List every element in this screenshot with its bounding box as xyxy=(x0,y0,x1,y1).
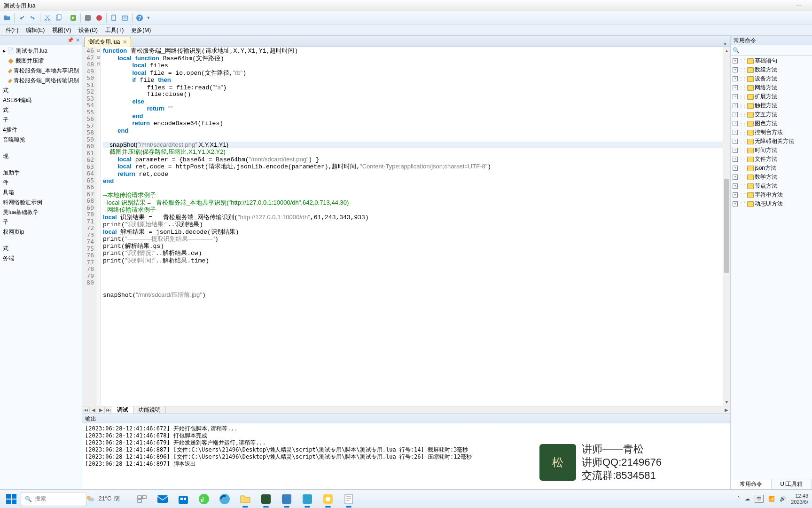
commands-search[interactable]: 🔍 xyxy=(731,45,812,56)
editor-tab-active[interactable]: 测试专用.lua ✕ xyxy=(84,37,131,47)
tree-item[interactable]: 科网络验证示例 xyxy=(0,198,82,207)
command-category[interactable]: +⋮⋮触控方法 xyxy=(731,101,812,110)
explorer-app-icon[interactable] xyxy=(236,490,255,508)
app-yellow-icon[interactable] xyxy=(319,490,337,508)
expand-icon[interactable]: + xyxy=(733,121,738,126)
tree-item[interactable]: 子 xyxy=(0,217,82,227)
tree-function-item[interactable]: 青松服务端_网络传输识别 xyxy=(0,76,82,86)
tree-item[interactable]: 式 xyxy=(0,86,82,95)
device-button[interactable] xyxy=(109,13,119,23)
expand-icon[interactable]: + xyxy=(733,94,738,99)
tab-dropdown-icon[interactable]: ▼ xyxy=(720,41,730,47)
menu-file[interactable]: 件(F) xyxy=(2,24,22,36)
command-category[interactable]: +⋮⋮无障碍相关方法 xyxy=(731,137,812,146)
tree-function-item[interactable]: 截图并压缩 xyxy=(0,56,82,66)
tree-item[interactable]: 件 xyxy=(0,178,82,188)
wifi-icon[interactable]: 📶 xyxy=(768,496,775,502)
expand-icon[interactable]: + xyxy=(733,166,738,171)
fold-gutter[interactable]: ⊟ ⊟ ⊟ xyxy=(96,47,101,406)
expand-icon[interactable]: + xyxy=(733,201,738,206)
volume-icon[interactable]: 🔊 xyxy=(780,496,786,502)
redo-button[interactable] xyxy=(28,13,38,23)
command-category[interactable]: +⋮⋮扩展方法 xyxy=(731,92,812,101)
edge-app-icon[interactable] xyxy=(215,490,234,508)
tree-item[interactable]: 子 xyxy=(0,115,82,125)
tree-item[interactable]: 音嘎嘎抢 xyxy=(0,135,82,145)
expand-icon[interactable]: + xyxy=(733,157,738,162)
expand-icon[interactable]: + xyxy=(733,58,738,64)
undo-button[interactable] xyxy=(16,13,27,23)
expand-icon[interactable]: + xyxy=(733,103,738,108)
tree-item[interactable]: 式 xyxy=(0,105,82,115)
tree-item[interactable]: 4插件 xyxy=(0,125,82,135)
tab-close-icon[interactable]: ✕ xyxy=(123,39,127,45)
menu-device[interactable]: 设备(D) xyxy=(75,24,102,36)
close-panel-icon[interactable]: ✕ xyxy=(76,37,80,43)
screenshot-button[interactable] xyxy=(120,13,130,23)
code-content[interactable]: function 青松服务端_网络传输识别(请求地址,X,Y,X1,Y1,超时时… xyxy=(101,47,723,406)
tree-item[interactable]: 灵lua基础教学 xyxy=(0,207,82,217)
command-category[interactable]: +⋮⋮json方法 xyxy=(731,164,812,173)
command-category[interactable]: +⋮⋮基础语句 xyxy=(731,56,812,65)
pin-icon[interactable]: 📌 xyxy=(67,37,74,43)
expand-icon[interactable]: + xyxy=(733,67,738,72)
tree-item[interactable]: 权网页ip xyxy=(0,227,82,237)
taskbar-search[interactable]: 🔍 搜索 xyxy=(21,492,86,506)
expand-icon[interactable]: + xyxy=(733,148,738,153)
expand-icon[interactable]: + xyxy=(733,183,738,189)
app-blue1-icon[interactable] xyxy=(277,490,296,508)
right-tab-uitools[interactable]: UI工具箱 xyxy=(772,479,812,489)
scroll-up-icon[interactable]: ▲ xyxy=(723,47,730,55)
tree-function-item[interactable]: 青松服务端_本地共享识别 xyxy=(0,66,82,76)
tree-item[interactable]: 加助手 xyxy=(0,168,82,178)
menu-edit[interactable]: 编辑(E) xyxy=(22,24,48,36)
expand-icon[interactable]: + xyxy=(733,175,738,180)
menu-view[interactable]: 视图(V) xyxy=(48,24,75,36)
start-button[interactable] xyxy=(4,492,19,507)
command-category[interactable]: +⋮⋮字符串方法 xyxy=(731,190,812,199)
expand-icon[interactable]: + xyxy=(733,76,738,81)
ime-indicator[interactable]: 中 xyxy=(755,495,764,503)
app-green-icon[interactable] xyxy=(257,490,275,508)
copy-button[interactable] xyxy=(54,13,64,23)
store-app-icon[interactable] xyxy=(174,490,193,508)
tree-file-root[interactable]: ▸ 📄 测试专用.lua xyxy=(0,46,82,56)
command-category[interactable]: +⋮⋮图色方法 xyxy=(731,119,812,128)
tree-item[interactable]: 具箱 xyxy=(0,188,82,198)
command-category[interactable]: +⋮⋮设备方法 xyxy=(731,74,812,83)
code-editor[interactable]: 46 47 48 49 50 51 52 53 54 55 56 57 58 5… xyxy=(82,47,730,406)
bottom-tab-debug[interactable]: 调试 xyxy=(112,406,133,413)
hscroll-right-icon[interactable]: ▶ xyxy=(723,407,730,413)
vscroll-thumb[interactable] xyxy=(724,179,729,273)
tree-item[interactable]: 现 xyxy=(0,151,82,161)
command-category[interactable]: +⋮⋮数组方法 xyxy=(731,65,812,74)
app-blue2-icon[interactable] xyxy=(298,490,317,508)
nav-prev-icon[interactable]: ◀ xyxy=(90,407,97,413)
tree-item[interactable]: ASE64编码 xyxy=(0,95,82,105)
tray-chevron-icon[interactable]: ˄ xyxy=(737,496,740,502)
cut-button[interactable] xyxy=(42,13,53,23)
nav-last-icon[interactable]: ⏭ xyxy=(105,407,112,413)
command-category[interactable]: +⋮⋮控制台方法 xyxy=(731,128,812,137)
expand-icon[interactable]: + xyxy=(733,139,738,144)
tree-item[interactable]: 务端 xyxy=(0,254,82,263)
command-category[interactable]: +⋮⋮网络方法 xyxy=(731,83,812,92)
minimize-button[interactable]: — xyxy=(789,2,808,9)
command-category[interactable]: +⋮⋮节点方法 xyxy=(731,182,812,190)
music-app-icon[interactable] xyxy=(195,490,213,508)
command-category[interactable]: +⋮⋮时间方法 xyxy=(731,146,812,155)
taskview-icon[interactable] xyxy=(133,490,151,508)
open-file-button[interactable] xyxy=(2,13,12,23)
expand-icon[interactable]: + xyxy=(733,130,738,135)
dropdown-more-button[interactable]: ▼ xyxy=(146,13,151,23)
notepad-app-icon[interactable] xyxy=(339,490,358,508)
stop-button[interactable] xyxy=(83,13,93,23)
expand-icon[interactable]: + xyxy=(733,192,738,198)
command-category[interactable]: +⋮⋮文件方法 xyxy=(731,155,812,164)
nav-first-icon[interactable]: ⏮ xyxy=(82,407,90,413)
tray-onedrive-icon[interactable]: ☁ xyxy=(745,496,750,502)
editor-vscrollbar[interactable]: ▲ ▼ xyxy=(723,47,730,406)
scroll-down-icon[interactable]: ▼ xyxy=(723,398,730,406)
command-category[interactable]: +⋮⋮数学方法 xyxy=(731,173,812,182)
weather-widget[interactable]: 21°C 阴 xyxy=(85,489,120,508)
